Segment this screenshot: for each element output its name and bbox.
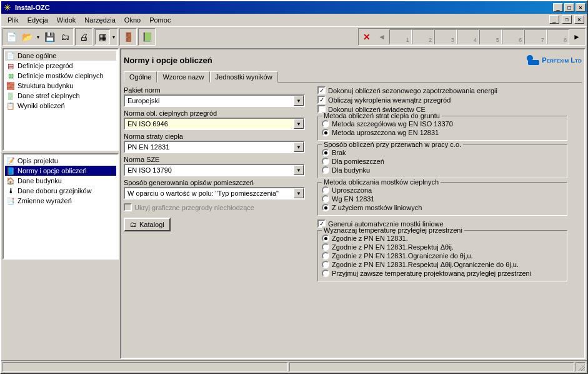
rad-mostki-2[interactable]: Wg EN 12831 [322, 195, 563, 203]
tab-wzorce[interactable]: Wzorce nazw [157, 71, 209, 83]
page-title: Normy i opcje obliczeń [124, 56, 526, 65]
rad-mostki-1[interactable]: Uproszczona [322, 186, 563, 194]
saveall-button[interactable]: 🗂 [57, 29, 72, 44]
group-grunt: Metoda obliczeń strat ciepła do gruntu M… [317, 116, 567, 141]
radio-icon [322, 186, 329, 194]
open-dropdown[interactable]: ▾ [35, 29, 41, 44]
chk-sezon[interactable]: ✓Dokonuj obliczeń sezonowego zapotrzebow… [317, 86, 567, 94]
norma-sze-combo[interactable]: EN ISO 13790▼ [124, 164, 305, 176]
radiator-icon: 🌡 [6, 186, 15, 195]
rad-przerwy-3[interactable]: Dla budynku [322, 166, 563, 174]
tree-categories: 📄Dane ogólne ▤Definicje przegród ⊞Defini… [2, 48, 119, 151]
pakiet-combo[interactable]: Europejski▼ [124, 94, 305, 107]
nav-first[interactable]: ◄ [374, 29, 389, 44]
checkbox-icon: ✓ [317, 86, 326, 94]
print-button[interactable]: 🖨 [76, 29, 91, 44]
radio-icon [322, 149, 329, 156]
nav-last[interactable]: ► [569, 29, 584, 44]
mdi-restore-button[interactable]: ❐ [562, 15, 572, 24]
minimize-button[interactable]: _ [553, 3, 563, 12]
rad-przerwy-1[interactable]: Brak [322, 149, 563, 156]
nav-tab-3[interactable]: 3 [434, 29, 457, 44]
tree-struktura[interactable]: 🧱Struktura budynku [5, 81, 116, 91]
vars-icon: 📑 [6, 196, 15, 205]
menu-narzedzia[interactable]: Narzędzia [81, 15, 119, 25]
tab-jednostki[interactable]: Jednostki wyników [210, 71, 278, 83]
table-view-button[interactable]: ▦ [95, 29, 110, 44]
zones-icon: ▒ [6, 91, 15, 100]
radio-icon [322, 129, 329, 136]
chevron-down-icon: ▼ [294, 188, 304, 198]
svg-line-4 [584, 370, 585, 371]
nav-tab-8[interactable]: 8 [547, 29, 569, 44]
nav-tab-2[interactable]: 2 [412, 29, 434, 44]
radio-icon [322, 270, 329, 277]
exit-button[interactable]: 🚪 [121, 29, 136, 44]
nav-tab-7[interactable]: 7 [524, 29, 547, 44]
catalog-icon: 🗂 [130, 221, 137, 228]
rad-temp-3[interactable]: Zgodnie z PN EN 12831.Ograniczenie do θj… [322, 252, 563, 260]
tree-opis[interactable]: 📝Opis projektu [5, 156, 116, 166]
norma-przegrod-combo[interactable]: EN ISO 6946▼ [124, 118, 305, 130]
radio-icon [322, 261, 329, 268]
tree-strefy[interactable]: ▒Dane stref cieplnych [5, 91, 116, 101]
svg-rect-1 [528, 60, 539, 65]
tree-budynek[interactable]: 🏠Dane budynku [5, 176, 116, 186]
group-mostki: Metoda obliczania mostków cieplnych Upro… [317, 182, 567, 216]
status-seg-2 [289, 362, 575, 371]
menu-okno[interactable]: Okno [121, 15, 144, 25]
tree-zmienne[interactable]: 📑Zmienne wyrażeń [5, 196, 116, 206]
rad-mostki-3[interactable]: Z użyciem mostków liniowych [322, 204, 563, 211]
sposob-combo[interactable]: W oparciu o wartość w polu: "Typ pomiesz… [124, 187, 305, 200]
nav-tab-5[interactable]: 5 [479, 29, 502, 44]
tree-definicje-przegrod[interactable]: ▤Definicje przegród [5, 61, 116, 71]
nav-delete[interactable]: ✕ [359, 29, 374, 44]
radio-icon [322, 243, 329, 251]
tree-dane-ogolne[interactable]: 📄Dane ogólne [5, 51, 116, 61]
chevron-down-icon: ▼ [294, 142, 304, 152]
norma-straty-combo[interactable]: PN EN 12831▼ [124, 141, 305, 153]
tree-wyniki[interactable]: 📋Wyniki obliczeń [5, 101, 116, 111]
rad-temp-2[interactable]: Zgodnie z PN EN 12831.Respektuj Δθij. [322, 243, 563, 251]
help-book-button[interactable]: 📗 [139, 29, 154, 44]
rad-grunt-1[interactable]: Metoda szczegółowa wg EN ISO 13370 [322, 120, 563, 128]
nav-tab-4[interactable]: 4 [457, 29, 479, 44]
window-title: Instal-OZC [15, 4, 552, 11]
nav-tab-1[interactable]: 1 [389, 29, 412, 44]
close-button[interactable]: × [576, 3, 586, 12]
rad-grunt-2[interactable]: Metoda uproszczona wg EN 12831 [322, 129, 563, 136]
results-icon: 📋 [6, 101, 15, 110]
tab-ogolne[interactable]: Ogólne [124, 71, 157, 83]
tab-row: Ogólne Wzorce nazw Jednostki wyników [124, 71, 582, 83]
chk-wykrop[interactable]: ✓Obliczaj wykroplenia wewnątrz przegród [317, 96, 567, 104]
new-button[interactable]: 📄 [4, 29, 19, 44]
menu-pomoc[interactable]: Pomoc [146, 15, 174, 25]
menu-widok[interactable]: Widok [53, 15, 80, 25]
rad-temp-5[interactable]: Przyjmuj zawsze temperaturę projektowaną… [322, 270, 563, 277]
table-view-dropdown[interactable]: ▾ [111, 29, 117, 44]
menu-plik[interactable]: Plik [4, 15, 22, 25]
tree-normy[interactable]: 📘Normy i opcje obliczeń [5, 166, 116, 176]
bridge-icon: ⊞ [6, 71, 15, 80]
nav-tab-6[interactable]: 6 [502, 29, 524, 44]
norma-straty-label: Norma straty ciepła [124, 133, 305, 140]
toolbar: 📄 📂 ▾ 💾 🗂 🖨 ▦ ▾ 🚪 📗 ✕ ◄ 1 2 3 4 5 6 [1, 26, 587, 47]
menu-edycja[interactable]: Edycja [24, 15, 52, 25]
rad-temp-4[interactable]: Zgodnie z PN EN 12831.Respektuj Δθij.Ogr… [322, 261, 563, 268]
save-button[interactable]: 💾 [42, 29, 57, 44]
app-icon: ✳ [2, 3, 12, 13]
katalogi-button[interactable]: 🗂Katalogi [124, 218, 171, 231]
rad-temp-1[interactable]: Zgodnie z PN EN 12831. [322, 235, 563, 242]
page-icon: 📄 [6, 51, 15, 60]
mdi-close-button[interactable]: × [574, 15, 584, 24]
pakiet-label: Pakiet norm [124, 86, 305, 94]
logo: Perfexim Ltd [526, 52, 582, 68]
open-button[interactable]: 📂 [19, 29, 34, 44]
maximize-button[interactable]: □ [564, 3, 574, 12]
resize-grip[interactable] [576, 362, 586, 371]
tree-definicje-mostkow[interactable]: ⊞Definicje mostków cieplnych [5, 71, 116, 81]
tree-grzejniki[interactable]: 🌡Dane doboru grzejników [5, 186, 116, 196]
sposob-label: Sposób generowania opisów pomieszczeń [124, 179, 305, 186]
rad-przerwy-2[interactable]: Dla pomieszczeń [322, 158, 563, 165]
mdi-minimize-button[interactable]: _ [549, 15, 559, 24]
